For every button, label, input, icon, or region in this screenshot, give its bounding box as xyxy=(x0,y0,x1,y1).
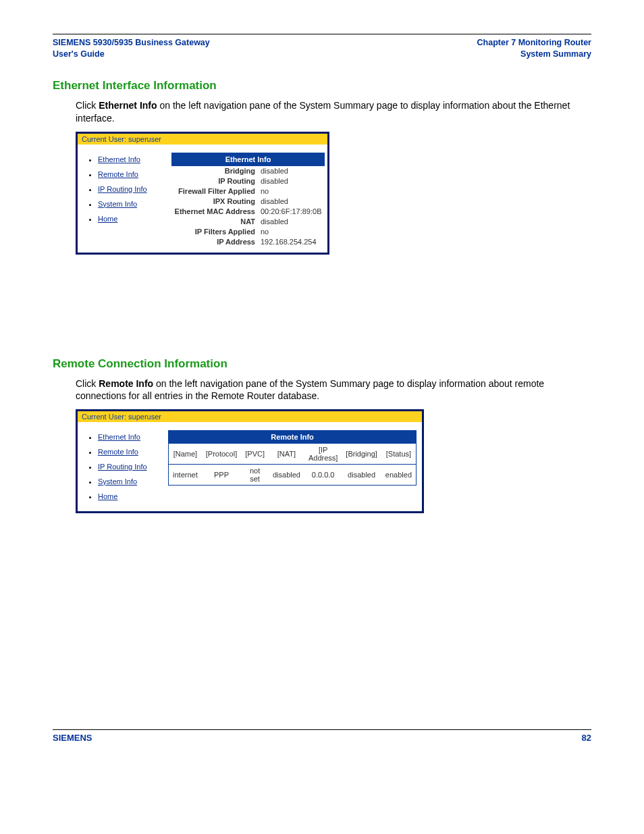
ethernet-info-screenshot: Current User: superuser Ethernet InfoRem… xyxy=(76,132,329,255)
remote-info-table: Remote Info [Name][Protocol][PVC][NAT][I… xyxy=(168,430,417,486)
current-user-bar: Current User: superuser xyxy=(78,411,422,422)
eth-value: disabled xyxy=(258,165,325,176)
remote-col-header: [PVC] xyxy=(241,444,269,465)
nav-link-home[interactable]: Home xyxy=(98,215,117,223)
section1-heading: Ethernet Interface Information xyxy=(53,79,591,93)
nav-link-remote-info[interactable]: Remote Info xyxy=(98,170,138,178)
eth-label: IP Address xyxy=(172,237,258,247)
nav-pane: Ethernet InfoRemote InfoIP Routing InfoS… xyxy=(78,145,171,253)
eth-label: Ethernet MAC Address xyxy=(172,207,258,217)
header-right-line1: Chapter 7 Monitoring Router xyxy=(477,37,591,49)
remote-cell: PPP xyxy=(202,465,241,486)
eth-label: IPX Routing xyxy=(172,197,258,207)
nav-link-ethernet-info[interactable]: Ethernet Info xyxy=(98,155,140,163)
nav-link-home[interactable]: Home xyxy=(98,492,117,500)
page-header: SIEMENS 5930/5935 Business Gateway User'… xyxy=(53,37,591,60)
remote-col-header: [IP Address] xyxy=(304,444,342,465)
header-left-line2: User's Guide xyxy=(53,49,210,60)
remote-cell: disabled xyxy=(342,465,381,486)
remote-col-header: [NAT] xyxy=(269,444,304,465)
remote-cell: 0.0.0.0 xyxy=(304,465,342,486)
section2-heading: Remote Connection Information xyxy=(53,357,591,371)
eth-value: disabled xyxy=(258,197,325,207)
eth-label: Firewall Filter Applied xyxy=(172,186,258,197)
eth-value: no xyxy=(258,186,325,197)
remote-col-header: [Bridging] xyxy=(342,444,381,465)
eth-value: 192.168.254.254 xyxy=(258,237,325,247)
ethernet-info-table: Ethernet Info BridgingdisabledIP Routing… xyxy=(171,153,325,247)
ethernet-info-title: Ethernet Info xyxy=(172,153,325,165)
nav-link-system-info[interactable]: System Info xyxy=(98,200,137,208)
section1-paragraph: Click Ethernet Info on the left navigati… xyxy=(76,99,591,125)
remote-col-header: [Name] xyxy=(169,444,202,465)
remote-info-screenshot: Current User: superuser Ethernet InfoRem… xyxy=(76,409,424,513)
eth-value: disabled xyxy=(258,176,325,186)
remote-cell: internet xyxy=(169,465,202,486)
eth-value: 00:20:6F:17:89:0B xyxy=(258,207,325,217)
eth-label: Bridging xyxy=(172,165,258,176)
remote-col-header: [Protocol] xyxy=(202,444,241,465)
current-user-bar: Current User: superuser xyxy=(78,134,327,145)
eth-label: NAT xyxy=(172,217,258,227)
nav-link-remote-info[interactable]: Remote Info xyxy=(98,448,138,456)
header-right-line2: System Summary xyxy=(477,49,591,60)
nav-link-ethernet-info[interactable]: Ethernet Info xyxy=(98,433,140,441)
remote-cell: enabled xyxy=(381,465,417,486)
remote-col-header: [Status] xyxy=(381,444,417,465)
table-row: internetPPPnot setdisabled0.0.0.0disable… xyxy=(169,465,417,486)
remote-info-title: Remote Info xyxy=(169,431,417,444)
eth-label: IP Routing xyxy=(172,176,258,186)
eth-label: IP Filters Applied xyxy=(172,227,258,237)
nav-link-ip-routing-info[interactable]: IP Routing Info xyxy=(98,185,147,193)
eth-value: disabled xyxy=(258,217,325,227)
nav-pane: Ethernet InfoRemote InfoIP Routing InfoS… xyxy=(78,422,168,511)
remote-cell: disabled xyxy=(269,465,304,486)
header-left-line1: SIEMENS 5930/5935 Business Gateway xyxy=(53,37,210,49)
nav-link-ip-routing-info[interactable]: IP Routing Info xyxy=(98,463,147,471)
eth-value: no xyxy=(258,227,325,237)
section2-paragraph: Click Remote Info on the left navigation… xyxy=(76,377,591,403)
footer-left: SIEMENS xyxy=(53,733,92,743)
footer-page-number: 82 xyxy=(582,733,591,743)
page-footer: SIEMENS 82 xyxy=(53,733,591,743)
nav-link-system-info[interactable]: System Info xyxy=(98,477,137,486)
remote-cell: not set xyxy=(241,465,269,486)
